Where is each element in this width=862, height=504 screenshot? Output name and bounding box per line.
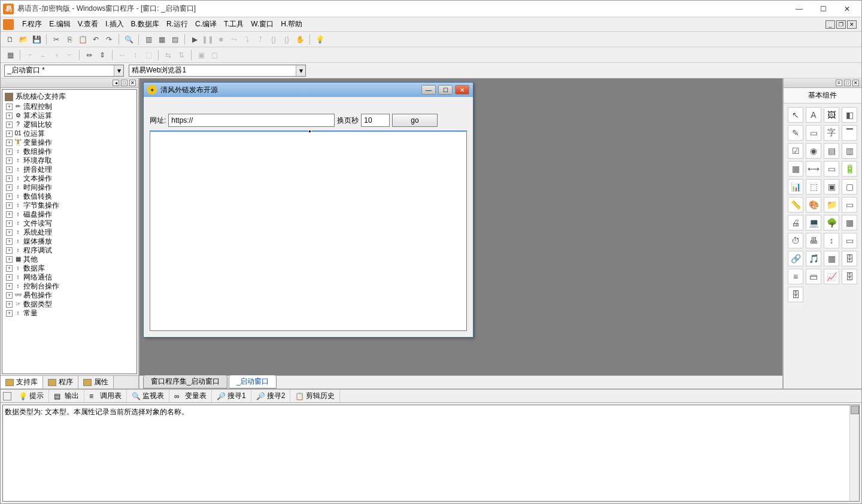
mdi-minimize-button[interactable]: _: [825, 20, 835, 29]
scrollbar-vertical[interactable]: [849, 405, 859, 501]
run-button[interactable]: ▶: [189, 34, 201, 45]
tab-code[interactable]: 窗口程序集_启动窗口: [143, 375, 227, 388]
redo-button[interactable]: ↷: [103, 34, 115, 45]
align-right-button[interactable]: ⫞: [50, 49, 62, 61]
expand-icon[interactable]: +: [6, 238, 13, 245]
message-area[interactable]: 数据类型为: 文本型。本属性记录当前所选择对象的名称。: [2, 405, 860, 502]
tree-item[interactable]: +↕磁盘操作: [4, 210, 135, 219]
tree-item[interactable]: +?逻辑比较: [4, 120, 135, 129]
grid-button[interactable]: ▦: [4, 49, 16, 61]
panel-handle-icon[interactable]: [3, 392, 11, 400]
interval-input[interactable]: [361, 114, 390, 127]
progress-tool[interactable]: ▭: [824, 161, 839, 177]
grid-tool[interactable]: ▦: [788, 161, 803, 177]
layout3-button[interactable]: ▤: [169, 34, 181, 45]
tab-watch[interactable]: 🔍监视表: [127, 390, 169, 402]
expand-icon[interactable]: +: [6, 283, 13, 290]
tree-item[interactable]: +👓易包操作: [4, 291, 135, 300]
scroll-tool[interactable]: ↕: [824, 233, 839, 248]
expand-icon[interactable]: +: [6, 166, 13, 173]
tree-item[interactable]: +↕常量: [4, 309, 135, 318]
tree-item[interactable]: +↕程序调试: [4, 246, 135, 255]
cut-button[interactable]: ✂: [50, 34, 62, 45]
form-maximize-button[interactable]: ☐: [438, 85, 453, 95]
expand-icon[interactable]: +: [6, 139, 13, 146]
expand-icon[interactable]: +: [6, 301, 13, 308]
link-tool[interactable]: 🔗: [788, 251, 803, 266]
tree-item[interactable]: +↕数值转换: [4, 192, 135, 201]
chart2-tool[interactable]: 📈: [824, 269, 839, 284]
shape-tool[interactable]: ◧: [842, 107, 857, 123]
form-close-button[interactable]: ✕: [455, 85, 469, 95]
tree-item[interactable]: +▦其他: [4, 255, 135, 264]
panel-maximize-button[interactable]: □: [844, 80, 851, 86]
close-button[interactable]: ✕: [835, 2, 859, 16]
folder-tool[interactable]: 📁: [824, 197, 839, 212]
step-out-button[interactable]: ⤴: [254, 34, 266, 45]
menu-program[interactable]: F.程序: [19, 18, 45, 31]
slider-tool[interactable]: ⟷: [806, 161, 821, 177]
tree-item[interactable]: +↕文件读写: [4, 219, 135, 228]
tree-item[interactable]: +↕时间操作: [4, 183, 135, 192]
new-button[interactable]: 🗋: [4, 34, 16, 45]
tree-item[interactable]: +↕拼音处理: [4, 165, 135, 174]
web-browser-control[interactable]: [150, 130, 467, 331]
print-tool[interactable]: 🖨: [788, 215, 803, 230]
minimize-button[interactable]: —: [787, 2, 811, 16]
tree-root[interactable]: 系统核心支持库: [4, 91, 135, 102]
align-top-button[interactable]: ⫟: [63, 49, 75, 61]
maximize-button[interactable]: ☐: [811, 2, 835, 16]
menu-help[interactable]: H.帮助: [277, 18, 306, 31]
tree-item[interactable]: +↕控制台操作: [4, 282, 135, 291]
tab-library[interactable]: 支持库: [1, 376, 43, 388]
tree-item[interactable]: +↕文本操作: [4, 174, 135, 183]
tree-item[interactable]: +↕系统处理: [4, 228, 135, 237]
expand-icon[interactable]: +: [6, 292, 13, 299]
copy-button[interactable]: ⎘: [63, 34, 75, 45]
dialog-tool[interactable]: ▭: [842, 197, 857, 212]
battery-icon[interactable]: 🔋: [842, 161, 857, 177]
cursor-tool[interactable]: ↖: [788, 107, 803, 123]
menu-database[interactable]: B.数据库: [128, 18, 163, 31]
save-button[interactable]: 💾: [31, 34, 43, 45]
tab-find1[interactable]: 🔎搜寻1: [212, 390, 251, 402]
picture-tool[interactable]: 🖼: [824, 107, 839, 123]
tab-tip[interactable]: 💡提示: [14, 390, 49, 402]
ruler-tool[interactable]: 📏: [788, 197, 803, 212]
chart-tool[interactable]: 📊: [788, 179, 803, 195]
tab-callstack[interactable]: ≡调用表: [84, 390, 127, 402]
library-tree[interactable]: 系统核心支持库 +✏流程控制+⚙算术运算+?逻辑比较+01位运算+🏋变量操作+↕…: [2, 89, 137, 374]
expand-icon[interactable]: +: [6, 265, 13, 272]
mdi-close-button[interactable]: ✕: [847, 20, 857, 29]
grid3-tool[interactable]: ▦: [824, 251, 839, 266]
tree-item[interactable]: +☞数据类型: [4, 300, 135, 309]
button-tool[interactable]: 字: [824, 125, 839, 141]
hand-button[interactable]: ✋: [294, 34, 306, 45]
scrollbar-thumb[interactable]: [851, 406, 859, 414]
center-v-button[interactable]: ⇕: [96, 49, 108, 61]
tab-properties[interactable]: 属性: [78, 376, 114, 388]
menu-run[interactable]: R.运行: [163, 18, 192, 31]
tab-clipboard[interactable]: 📋剪辑历史: [290, 390, 340, 402]
panel-close-button[interactable]: ✕: [129, 80, 136, 86]
align-center-button[interactable]: ⫠: [37, 49, 49, 61]
expand-icon[interactable]: +: [6, 211, 13, 218]
textbox-tool[interactable]: ▭: [806, 125, 821, 141]
expand-icon[interactable]: +: [6, 122, 13, 128]
list-tool[interactable]: ≡: [788, 269, 803, 284]
device-tool[interactable]: 💻: [806, 215, 821, 230]
tree-item[interactable]: +🏋变量操作: [4, 138, 135, 147]
menu-view[interactable]: V.查看: [74, 18, 102, 31]
undo-button[interactable]: ↶: [90, 34, 102, 45]
find-button[interactable]: 🔍: [123, 34, 135, 45]
help-button[interactable]: 💡: [314, 34, 326, 45]
expand-icon[interactable]: +: [6, 175, 13, 182]
menu-window[interactable]: W.窗口: [247, 18, 277, 31]
tree-tool[interactable]: 🌳: [824, 215, 839, 230]
db-tool[interactable]: 🗄: [842, 251, 857, 266]
expand-icon[interactable]: +: [6, 220, 13, 227]
print2-tool[interactable]: 🖶: [806, 233, 821, 248]
tree-item[interactable]: +↕媒体播放: [4, 237, 135, 246]
edit-tool[interactable]: ✎: [788, 125, 803, 141]
paste-button[interactable]: 📋: [77, 34, 89, 45]
